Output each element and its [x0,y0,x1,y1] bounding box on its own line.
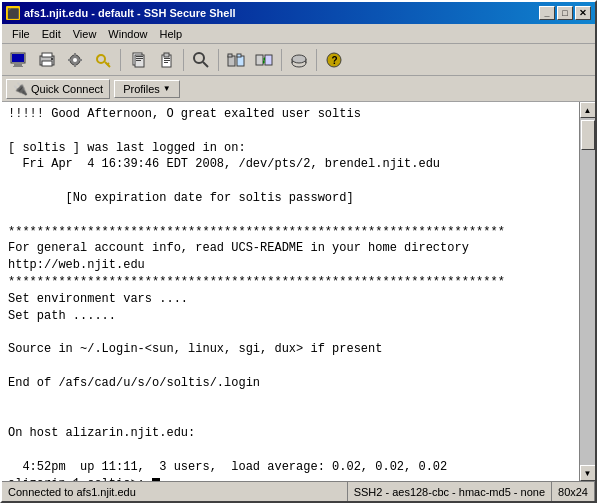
new-connection-button[interactable] [6,48,32,72]
scroll-down-button[interactable]: ▼ [580,465,596,481]
scroll-track [580,118,596,465]
tunnel-button[interactable] [286,48,312,72]
help-button[interactable]: ? [321,48,347,72]
encryption-text: SSH2 - aes128-cbc - hmac-md5 - none [354,486,545,498]
quick-connect-icon: 🔌 [13,82,28,96]
find-button[interactable] [188,48,214,72]
print-button[interactable] [34,48,60,72]
toolbar-separator-4 [281,49,282,71]
profiles-label: Profiles [123,83,160,95]
menu-file[interactable]: File [6,26,36,42]
svg-rect-13 [79,59,82,61]
status-encryption: SSH2 - aes128-cbc - hmac-md5 - none [348,482,552,501]
svg-rect-1 [12,54,24,62]
paste-button[interactable] [153,48,179,72]
title-bar: ⬛ afs1.njit.edu - default - SSH Secure S… [2,2,595,24]
menu-help[interactable]: Help [153,26,188,42]
terminal-content: !!!!! Good Afternoon, O great exalted us… [8,107,505,481]
svg-rect-23 [164,53,169,57]
svg-rect-11 [74,64,76,67]
title-bar-left: ⬛ afs1.njit.edu - default - SSH Secure S… [6,6,236,20]
menu-view[interactable]: View [67,26,103,42]
svg-rect-33 [256,55,263,65]
dropdown-arrow-icon: ▼ [163,84,171,93]
scrollbar: ▲ ▼ [579,102,595,481]
address-bar: 🔌 Quick Connect Profiles ▼ [2,76,595,102]
copy-button[interactable] [125,48,151,72]
svg-rect-20 [136,58,143,59]
status-size: 80x24 [552,482,595,501]
svg-point-14 [97,55,105,63]
toolbar-separator-3 [218,49,219,71]
svg-rect-12 [68,59,71,61]
menu-window[interactable]: Window [102,26,153,42]
toolbar-separator-2 [183,49,184,71]
main-window: ⬛ afs1.njit.edu - default - SSH Secure S… [0,0,597,503]
toolbar-separator-5 [316,49,317,71]
svg-rect-30 [228,54,232,57]
menu-bar: File Edit View Window Help [2,24,595,44]
sftp-button[interactable] [223,48,249,72]
settings-button[interactable] [62,48,88,72]
title-buttons: _ □ ✕ [539,6,591,20]
connected-text: Connected to afs1.njit.edu [8,486,136,498]
size-text: 80x24 [558,486,588,498]
svg-point-9 [73,58,77,62]
quick-connect-button[interactable]: 🔌 Quick Connect [6,79,110,99]
window-title: afs1.njit.edu - default - SSH Secure She… [24,7,236,19]
status-connected: Connected to afs1.njit.edu [2,482,348,501]
window-icon: ⬛ [6,6,20,20]
svg-rect-21 [136,60,141,61]
svg-rect-6 [42,61,52,66]
svg-rect-26 [164,62,168,63]
profiles-button[interactable]: Profiles ▼ [114,80,180,98]
quick-connect-label: Quick Connect [31,83,103,95]
svg-rect-19 [136,56,143,57]
svg-point-40 [292,55,306,63]
svg-rect-24 [164,58,170,59]
scroll-thumb[interactable] [581,120,595,150]
scroll-up-button[interactable]: ▲ [580,102,596,118]
svg-text:?: ? [332,55,338,66]
toolbar: ? [2,44,595,76]
svg-rect-7 [51,58,53,60]
transfer-button[interactable] [251,48,277,72]
svg-line-28 [203,62,208,67]
svg-rect-10 [74,53,76,56]
key-button[interactable] [90,48,116,72]
svg-rect-3 [13,66,23,67]
close-button[interactable]: ✕ [575,6,591,20]
maximize-button[interactable]: □ [557,6,573,20]
minimize-button[interactable]: _ [539,6,555,20]
svg-rect-2 [14,64,22,66]
svg-rect-25 [164,60,170,61]
content-area: !!!!! Good Afternoon, O great exalted us… [2,102,595,481]
terminal[interactable]: !!!!! Good Afternoon, O great exalted us… [2,102,579,481]
svg-rect-34 [265,55,272,65]
toolbar-separator-1 [120,49,121,71]
svg-rect-5 [42,53,52,57]
svg-rect-32 [237,54,241,57]
status-bar: Connected to afs1.njit.edu SSH2 - aes128… [2,481,595,501]
menu-edit[interactable]: Edit [36,26,67,42]
svg-point-27 [194,53,204,63]
svg-line-16 [107,63,109,65]
